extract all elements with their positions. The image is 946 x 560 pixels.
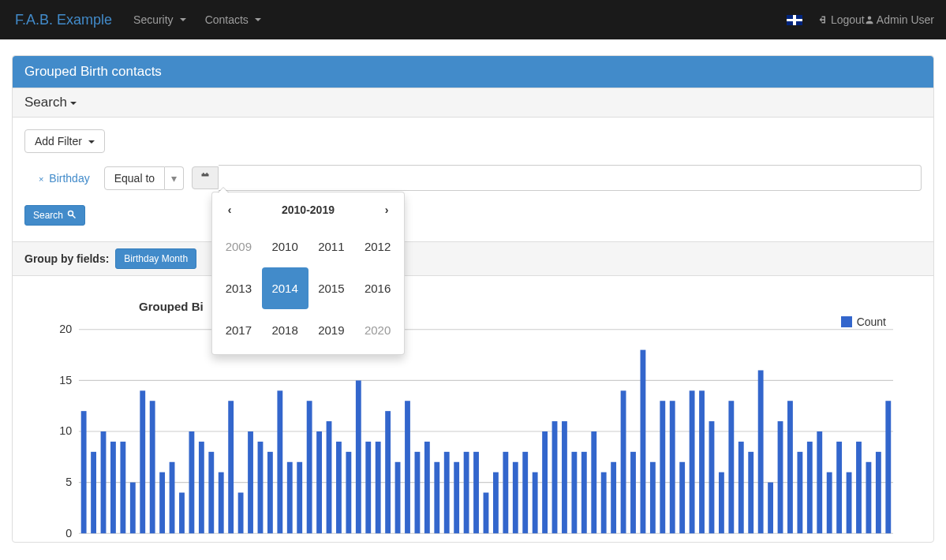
chart-bar	[327, 421, 332, 533]
legend-label: Count	[857, 315, 886, 328]
chart-bar	[876, 452, 881, 533]
chart-bar	[650, 462, 656, 533]
chart-bar	[670, 401, 675, 533]
search-collapse[interactable]: Search	[13, 88, 933, 118]
chart-bar	[758, 370, 764, 533]
datepicker-year-2017[interactable]: 2017	[215, 309, 262, 351]
chart-bar	[768, 483, 773, 534]
legend-swatch	[841, 316, 852, 327]
chart-bar	[856, 442, 862, 533]
panel-title: Grouped Birth contacts	[13, 56, 933, 88]
filter-field-label: Birthday	[49, 172, 89, 185]
date-input[interactable]	[219, 165, 922, 191]
chart-bar	[679, 462, 685, 533]
datepicker-year-2013[interactable]: 2013	[215, 267, 262, 309]
chart-bar	[91, 452, 96, 533]
datepicker-grid: 2009201020112012201320142015201620172018…	[215, 226, 401, 351]
chart-bar	[571, 452, 577, 533]
chart-bar	[415, 452, 421, 533]
datepicker-range[interactable]: 2010-2019	[282, 203, 335, 216]
panel: Grouped Birth contacts Search Add Filter…	[12, 55, 934, 543]
chart-bar	[267, 452, 273, 533]
datepicker-year-2019[interactable]: 2019	[308, 309, 355, 351]
chart-bar	[484, 493, 489, 534]
logout-label: Logout	[831, 13, 865, 26]
svg-line-1	[73, 215, 76, 218]
chart-bar	[258, 442, 264, 533]
chevron-down-icon	[180, 18, 186, 21]
datepicker-year-2020[interactable]: 2020	[354, 309, 401, 351]
brand-link[interactable]: F.A.B. Example	[12, 12, 124, 28]
logout-link[interactable]: Logout	[818, 13, 865, 26]
datepicker-year-2015[interactable]: 2015	[308, 267, 355, 309]
flag-icon[interactable]	[787, 15, 802, 25]
datepicker-year-2014[interactable]: 2014	[262, 267, 308, 309]
add-filter-label: Add Filter	[35, 135, 82, 147]
chart-bar	[797, 452, 802, 533]
chart-bar	[581, 452, 587, 533]
datepicker-year-2012[interactable]: 2012	[354, 226, 401, 267]
chart-bar	[699, 390, 705, 533]
calendar-icon	[200, 173, 210, 182]
user-menu[interactable]: Admin User	[865, 13, 934, 26]
chart-bar	[464, 452, 469, 533]
chart-area: Grouped Bi Count 05101520	[13, 276, 933, 542]
chart-bar	[552, 421, 558, 533]
filter-op-select[interactable]: Equal to ▾	[104, 166, 184, 190]
svg-text:20: 20	[59, 323, 72, 335]
chart-bar	[719, 472, 724, 534]
svg-text:5: 5	[65, 476, 72, 488]
chart-bar	[533, 472, 538, 534]
datepicker-year-2011[interactable]: 2011	[308, 226, 355, 267]
chart-bar	[395, 462, 401, 533]
chart-bar	[150, 401, 155, 533]
chart-bar	[444, 452, 450, 533]
nav-contacts[interactable]: Contacts	[196, 2, 271, 38]
chart-bar	[493, 472, 499, 534]
chart-bar	[611, 462, 616, 533]
nav-contacts-label: Contacts	[205, 13, 249, 26]
chart-bar	[208, 452, 214, 533]
group-option-birthday-month[interactable]: Birthday Month	[115, 248, 196, 269]
chart-bar	[787, 401, 793, 533]
search-icon	[67, 210, 77, 219]
group-by-row: Group by fields: Birthday Month	[13, 241, 933, 276]
chart-svg: 05101520	[44, 321, 902, 542]
user-icon	[865, 15, 874, 24]
chart-bar	[827, 472, 832, 534]
nav-security[interactable]: Security	[124, 2, 196, 38]
chart-bar	[817, 431, 822, 533]
chart-bar	[120, 442, 125, 533]
remove-filter-birthday[interactable]: × Birthday	[24, 167, 104, 189]
datepicker-year-2009[interactable]: 2009	[215, 226, 262, 267]
chart-bar	[728, 401, 734, 533]
chart-bar	[778, 421, 783, 533]
datepicker-year-2010[interactable]: 2010	[262, 226, 308, 267]
chart-bar	[346, 452, 351, 533]
svg-text:0: 0	[65, 527, 72, 539]
chart-bar	[199, 442, 204, 533]
chart-bar	[630, 452, 636, 533]
chart-bar	[405, 401, 410, 533]
chart-bar	[248, 431, 253, 533]
search-button[interactable]: Search	[24, 205, 85, 226]
search-body: Add Filter × Birthday Equal to ▾ Search	[13, 118, 933, 237]
chart-bar	[454, 462, 459, 533]
chart-bar	[316, 431, 322, 533]
datepicker-header: ‹ 2010-2019 ›	[215, 197, 401, 226]
datepicker-prev[interactable]: ‹	[222, 203, 237, 216]
svg-text:15: 15	[59, 374, 72, 386]
chart-bar	[179, 493, 185, 534]
chart-bar	[307, 401, 312, 533]
datepicker-year-2016[interactable]: 2016	[354, 267, 401, 309]
chart-bar	[140, 390, 145, 533]
chevron-down-icon	[70, 102, 77, 105]
close-icon: ×	[39, 174, 43, 184]
add-filter-button[interactable]: Add Filter	[24, 129, 105, 153]
chart-bar	[228, 401, 234, 533]
calendar-button[interactable]	[192, 166, 219, 189]
svg-point-0	[69, 211, 73, 216]
datepicker-year-2018[interactable]: 2018	[262, 309, 308, 351]
datepicker-next[interactable]: ›	[379, 203, 394, 216]
chart-bar	[641, 350, 646, 534]
